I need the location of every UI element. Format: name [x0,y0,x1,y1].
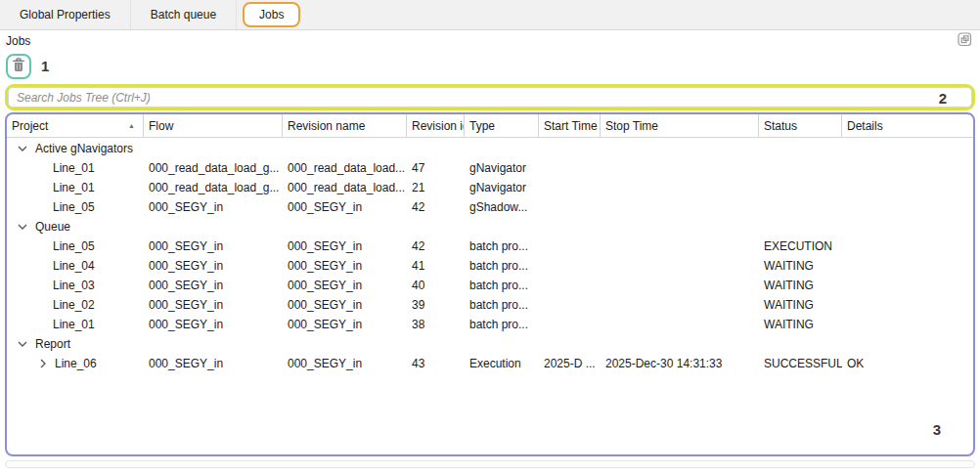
cell-project: Line_05 [7,239,144,253]
float-panel-button[interactable] [956,32,973,50]
cell-revision-id: 21 [407,181,465,194]
cell-revision-name: 000_read_data_load... [283,161,407,175]
jobs-table: Project ▲ Flow Revision name Revision id… [5,112,975,456]
jobs-toolbar: 1 [0,51,980,81]
cell-details: OK [842,357,973,370]
float-panel-icon [958,32,972,50]
cell-revision-name: 000_SEGY_in [283,298,407,312]
group-label: Active gNavigators [35,142,133,155]
cell-status: EXECUTION [759,239,842,253]
cell-revision-id: 39 [407,298,465,312]
cell-revision-id: 40 [407,279,465,292]
group-row-report[interactable]: Report [7,334,973,354]
column-header-start-time[interactable]: Start Time [539,114,601,137]
group-label: Report [35,337,70,351]
cell-revision-name: 000_SEGY_in [283,318,407,331]
cell-project: Line_01 [7,161,144,175]
panel-title: Jobs [6,34,30,48]
table-row[interactable]: Line_01 000_read_data_load_g... 000_read… [7,158,973,178]
column-header-revision-name[interactable]: Revision name [283,114,407,137]
cell-project: Line_06 [7,357,144,370]
cell-type: gNavigator [465,181,539,194]
table-row[interactable]: Line_01 000_read_data_load_g... 000_read… [7,178,973,197]
column-header-type[interactable]: Type [465,114,539,137]
cell-project: Line_03 [7,279,144,292]
trash-icon [12,58,25,75]
table-row[interactable]: Line_06 000_SEGY_in 000_SEGY_in 43 Execu… [7,354,973,373]
cell-type: batch pro... [465,298,539,312]
table-row[interactable]: Line_04 000_SEGY_in 000_SEGY_in 41 batch… [7,256,973,276]
cell-flow: 000_SEGY_in [144,357,283,370]
column-header-details[interactable]: Details [842,114,973,137]
table-row[interactable]: Line_02 000_SEGY_in 000_SEGY_in 39 batch… [7,295,973,315]
annotation-2: 2 [939,89,947,106]
table-row[interactable]: Line_05 000_SEGY_in 000_SEGY_in 42 batch… [7,237,973,256]
table-row[interactable]: Line_01 000_SEGY_in 000_SEGY_in 38 batch… [7,315,973,334]
cell-status: WAITING [759,298,842,312]
cell-revision-id: 38 [407,318,465,331]
table-row[interactable]: Line_05 000_SEGY_in 000_SEGY_in 42 gShad… [7,197,973,217]
cell-flow: 000_SEGY_in [144,239,283,253]
cell-revision-id: 43 [407,357,465,370]
table-body: Active gNavigators Line_01 000_read_data… [7,138,973,373]
cell-status: SUCCESSFUL [759,357,842,370]
cell-revision-name: 000_SEGY_in [283,357,407,370]
cell-project: Line_05 [7,200,144,214]
tab-global-properties[interactable]: Global Properties [0,0,131,29]
cell-flow: 000_read_data_load_g... [144,161,283,175]
cell-flow: 000_SEGY_in [144,318,283,331]
chevron-down-icon[interactable] [16,146,28,151]
sort-ascending-icon: ▲ [128,122,135,129]
cell-revision-id: 47 [407,161,465,175]
table-header: Project ▲ Flow Revision name Revision id… [7,114,973,138]
cell-type: batch pro... [465,259,539,273]
group-row-queue[interactable]: Queue [7,217,973,237]
cell-flow: 000_SEGY_in [144,200,283,214]
cell-type: gNavigator [465,161,539,175]
cell-type: batch pro... [465,279,539,292]
cell-type: Execution [465,357,539,370]
cell-status: WAITING [759,259,842,273]
cell-stop-time: 2025-Dec-30 14:31:33 [601,357,759,370]
cell-revision-id: 41 [407,259,465,273]
panel-header: Jobs [0,30,980,51]
group-row-active-gnavigators[interactable]: Active gNavigators [7,139,973,158]
chevron-down-icon[interactable] [16,224,28,230]
chevron-right-icon[interactable] [36,359,49,368]
annotation-1: 1 [41,58,49,74]
column-header-flow[interactable]: Flow [144,114,283,137]
tab-jobs[interactable]: Jobs [243,2,300,27]
tab-bar: Global Properties Batch queue Jobs [0,0,980,30]
cell-project: Line_04 [7,259,144,273]
cell-revision-name: 000_SEGY_in [283,239,407,253]
cell-project: Line_01 [7,181,144,194]
cell-revision-name: 000_SEGY_in [283,259,407,273]
cell-type: batch pro... [465,239,539,253]
cell-flow: 000_SEGY_in [144,298,283,312]
cell-type: batch pro... [465,318,539,331]
horizontal-scrollbar[interactable] [5,460,975,468]
cell-revision-name: 000_read_data_load... [283,181,407,194]
cell-revision-name: 000_SEGY_in [283,279,407,292]
tab-batch-queue[interactable]: Batch queue [131,0,237,29]
column-header-revision-id[interactable]: Revision id [407,114,465,137]
cell-flow: 000_read_data_load_g... [144,181,283,194]
group-label: Queue [35,220,70,234]
cell-status: WAITING [759,318,842,331]
cell-revision-id: 42 [407,239,465,253]
column-header-project[interactable]: Project ▲ [7,114,144,137]
delete-job-button[interactable] [6,54,31,79]
cell-revision-id: 42 [407,200,465,214]
annotation-3: 3 [933,421,941,438]
search-input[interactable] [8,87,972,108]
search-highlight-box: 2 [5,84,975,110]
cell-status: WAITING [759,279,842,292]
chevron-down-icon[interactable] [16,341,28,347]
column-header-status[interactable]: Status [759,114,842,137]
table-row[interactable]: Line_03 000_SEGY_in 000_SEGY_in 40 batch… [7,276,973,295]
cell-type: gShadow... [465,200,539,214]
column-header-stop-time[interactable]: Stop Time [601,114,759,137]
cell-flow: 000_SEGY_in [144,279,283,292]
cell-project: Line_02 [7,298,144,312]
cell-project: Line_01 [7,318,144,331]
